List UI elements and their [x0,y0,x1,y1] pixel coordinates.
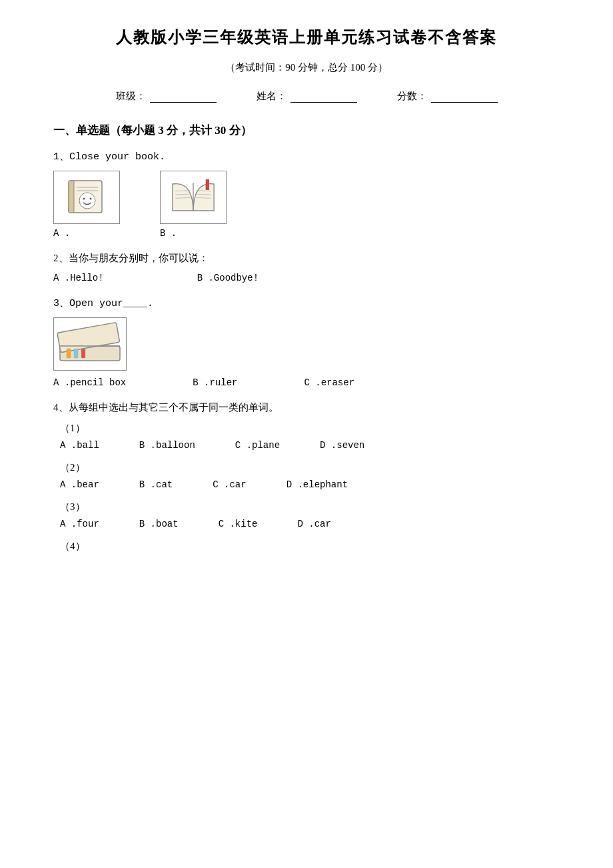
q4-sub3-opt-b: B .boat [139,519,179,529]
q3-image-area [53,317,560,371]
q4-sub1-opt-d: D .seven [320,440,364,451]
name-label: 姓名： [257,90,287,103]
q1-option-b: B . [160,171,227,239]
q4-sub1: （1） A .ball B .balloon C .plane D .seven [60,422,560,451]
q2-text: 2、当你与朋友分别时，你可以说： [53,252,560,265]
q3-text: 3、Open your____. [53,297,560,309]
pencil-box-icon [57,321,123,367]
q4-sub1-opt-c: C .plane [235,440,280,451]
q4-sub3-opt-d: D .car [297,519,330,529]
q4-sub4: （4） [60,540,560,553]
q1-image-b [160,171,227,224]
class-label: 班级： [116,90,146,103]
question-4: 4、从每组中选出与其它三个不属于同一类的单词。 （1） A .ball B .b… [53,401,560,553]
q1-text: 1、Close your book. [53,150,560,163]
q1-label-b: B . [160,228,177,239]
q3-image [53,317,127,371]
q4-sub2-label: （2） [60,461,560,474]
q4-sub1-opt-b: B .balloon [139,440,195,451]
class-field: 班级： [116,90,217,103]
exam-info: （考试时间：90 分钟，总分 100 分） [53,61,560,74]
student-info: 班级： 姓名： 分数： [53,90,560,103]
q4-sub4-label: （4） [60,540,560,553]
question-3: 3、Open your____. A .pencil box B .ruler … [53,297,560,388]
q1-option-a: A . [53,171,120,239]
q2-option-b: B .Goodbye! [197,273,259,283]
q1-label-a: A . [53,228,70,239]
question-2: 2、当你与朋友分别时，你可以说： A .Hello! B .Goodbye! [53,252,560,283]
q3-option-b: B .ruler [193,377,237,388]
q4-sub2-opt-a: A .bear [60,479,99,490]
question-1: 1、Close your book. [53,150,560,239]
q3-options: A .pencil box B .ruler C .eraser [53,377,560,388]
svg-point-5 [83,198,85,200]
open-book-icon [167,177,220,217]
q1-image-a [53,171,120,224]
q4-sub3-opt-a: A .four [60,519,99,529]
class-underline [150,91,217,103]
section1-title: 一、单选题（每小题 3 分，共计 30 分） [53,123,560,138]
name-underline [291,91,357,103]
svg-rect-18 [74,349,78,358]
q4-sub3-opt-c: C .kite [219,519,258,529]
q4-sub2-opt-b: B .cat [139,479,173,490]
q4-sub1-opt-a: A .ball [60,440,99,451]
q2-option-a: A .Hello! [53,273,104,283]
name-field: 姓名： [257,90,357,103]
q4-sub2-opt-c: C .car [213,479,246,490]
svg-rect-1 [69,181,74,213]
q4-sub2-options: A .bear B .cat C .car D .elephant [60,479,560,490]
q4-sub1-options: A .ball B .balloon C .plane D .seven [60,440,560,451]
q1-images: A . [53,171,560,239]
q4-sub2: （2） A .bear B .cat C .car D .elephant [60,461,560,490]
svg-point-4 [79,193,95,209]
q4-sub1-label: （1） [60,422,560,435]
closed-book-icon [63,177,110,217]
svg-rect-19 [81,349,85,358]
score-label: 分数： [397,90,427,103]
page-title: 人教版小学三年级英语上册单元练习试卷不含答案 [53,27,560,48]
q4-sub3: （3） A .four B .boat C .kite D .car [60,501,560,529]
q2-options: A .Hello! B .Goodbye! [53,273,560,283]
svg-rect-17 [67,349,71,358]
score-underline [431,91,498,103]
q3-option-c: C .eraser [304,377,354,388]
q4-text: 4、从每组中选出与其它三个不属于同一类的单词。 [53,401,560,414]
q4-sub2-opt-d: D .elephant [287,479,348,490]
q4-sub3-options: A .four B .boat C .kite D .car [60,519,560,529]
svg-point-6 [90,198,92,200]
q3-option-a: A .pencil box [53,377,126,388]
q4-sub3-label: （3） [60,501,560,513]
score-field: 分数： [397,90,498,103]
